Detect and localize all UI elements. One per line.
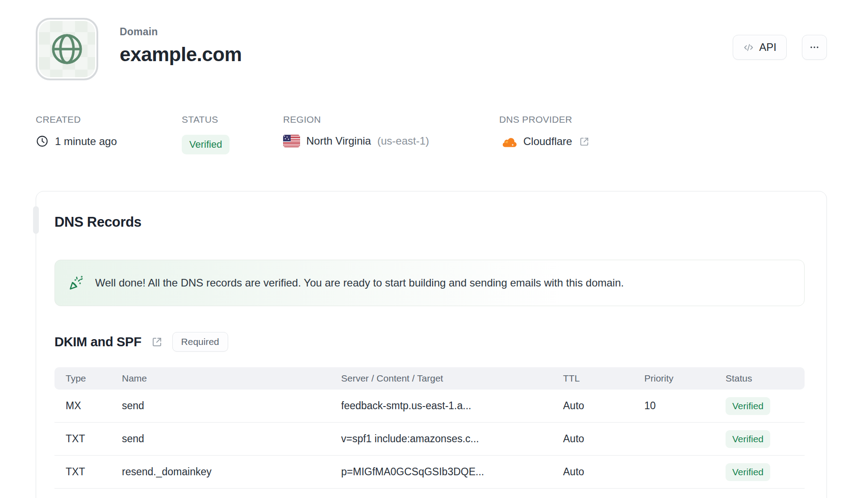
status-label: STATUS bbox=[182, 114, 230, 125]
ellipsis-icon bbox=[809, 42, 820, 53]
record-type: MX bbox=[66, 400, 122, 412]
more-options-button[interactable] bbox=[802, 35, 827, 60]
record-ttl: Auto bbox=[563, 433, 644, 445]
table-row: TXT send v=spf1 include:amazonses.c... A… bbox=[54, 423, 805, 456]
table-row: MX send feedback-smtp.us-east-1.a... Aut… bbox=[54, 390, 805, 423]
record-content[interactable]: p=MIGfMA0GCSqGSIb3DQE... bbox=[341, 466, 563, 478]
meta-status: STATUS Verified bbox=[182, 114, 230, 154]
record-status-badge: Verified bbox=[726, 397, 770, 415]
record-type: TXT bbox=[66, 433, 122, 445]
party-popper-icon bbox=[68, 275, 84, 291]
dns-provider-name[interactable]: Cloudflare bbox=[523, 135, 572, 148]
domain-avatar bbox=[36, 18, 98, 80]
record-status-badge: Verified bbox=[726, 463, 770, 481]
record-type: TXT bbox=[66, 466, 122, 478]
region-label: REGION bbox=[283, 114, 429, 125]
external-link-icon[interactable] bbox=[150, 336, 163, 349]
dns-provider-label: DNS PROVIDER bbox=[499, 114, 590, 125]
created-label: CREATED bbox=[36, 114, 117, 125]
dns-records-title: DNS Records bbox=[54, 214, 142, 230]
region-code: (us-east-1) bbox=[377, 135, 429, 147]
col-priority: Priority bbox=[644, 373, 726, 384]
clock-icon bbox=[36, 135, 49, 148]
success-banner: Well done! All the DNS records are verif… bbox=[54, 260, 805, 306]
col-status: Status bbox=[726, 373, 805, 384]
col-type: Type bbox=[66, 373, 122, 384]
region-name: North Virginia bbox=[306, 135, 371, 147]
record-status-badge: Verified bbox=[726, 430, 770, 448]
dns-records-table: Type Name Server / Content / Target TTL … bbox=[54, 367, 805, 489]
required-badge: Required bbox=[172, 332, 228, 352]
dkim-spf-title: DKIM and SPF bbox=[54, 335, 142, 349]
cloudflare-icon bbox=[499, 135, 517, 148]
col-ttl: TTL bbox=[563, 373, 644, 384]
table-row: TXT resend._domainkey p=MIGfMA0GCSqGSIb3… bbox=[54, 456, 805, 489]
code-icon bbox=[743, 42, 754, 53]
table-header-row: Type Name Server / Content / Target TTL … bbox=[54, 367, 805, 390]
external-link-icon[interactable] bbox=[578, 136, 590, 148]
record-ttl: Auto bbox=[563, 466, 644, 478]
status-badge: Verified bbox=[182, 135, 230, 154]
api-button[interactable]: API bbox=[733, 35, 787, 60]
section-scroll-indicator bbox=[33, 206, 39, 234]
api-button-label: API bbox=[759, 41, 776, 54]
record-content[interactable]: feedback-smtp.us-east-1.a... bbox=[341, 400, 563, 412]
globe-icon bbox=[48, 30, 86, 68]
col-name: Name bbox=[122, 373, 341, 384]
record-ttl: Auto bbox=[563, 400, 644, 412]
record-content[interactable]: v=spf1 include:amazonses.c... bbox=[341, 433, 563, 445]
record-name: resend._domainkey bbox=[122, 466, 341, 478]
header-actions: API bbox=[733, 35, 827, 60]
domain-detail-page: Domain example.com API CREATED bbox=[0, 0, 868, 498]
title-block: Domain example.com bbox=[120, 26, 242, 66]
page-kicker: Domain bbox=[120, 26, 242, 38]
record-name: send bbox=[122, 400, 341, 412]
us-flag-icon bbox=[283, 135, 300, 147]
success-banner-message: Well done! All the DNS records are verif… bbox=[95, 277, 624, 289]
record-name: send bbox=[122, 433, 341, 445]
col-content: Server / Content / Target bbox=[341, 373, 563, 384]
meta-created: CREATED 1 minute ago bbox=[36, 114, 117, 148]
meta-dns-provider: DNS PROVIDER Cloudflare bbox=[499, 114, 590, 148]
page-title: example.com bbox=[120, 43, 242, 66]
record-priority: 10 bbox=[644, 400, 726, 412]
dkim-spf-section-header: DKIM and SPF Required bbox=[54, 332, 228, 352]
meta-region: REGION North Virginia (us-east-1) bbox=[283, 114, 429, 147]
created-value: 1 minute ago bbox=[55, 135, 117, 148]
